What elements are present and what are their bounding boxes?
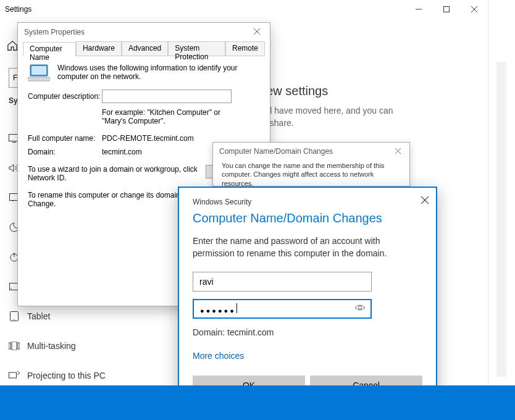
system-properties-title: System Properties bbox=[18, 23, 270, 41]
text-cursor bbox=[237, 303, 237, 313]
close-icon[interactable] bbox=[421, 195, 429, 206]
domain-value: tecmint.com bbox=[102, 148, 142, 156]
desc-input[interactable] bbox=[102, 90, 232, 103]
windows-security-text: Enter the name and password of an accoun… bbox=[193, 235, 422, 259]
svg-point-10 bbox=[10, 288, 12, 289]
settings-title: Settings bbox=[5, 5, 31, 14]
tab-remote[interactable]: Remote bbox=[225, 41, 265, 56]
close-icon[interactable] bbox=[390, 145, 406, 156]
minimize-button[interactable] bbox=[404, 0, 432, 19]
svg-rect-13 bbox=[9, 343, 10, 349]
settings-titlebar: Settings bbox=[0, 0, 488, 19]
tab-computer-name[interactable]: Computer Name bbox=[23, 42, 76, 56]
fullname-label: Full computer name: bbox=[28, 134, 102, 143]
tab-row: Computer Name Hardware Advanced System P… bbox=[23, 41, 265, 56]
domain-label: Domain: bbox=[28, 148, 102, 156]
username-input[interactable] bbox=[193, 272, 372, 292]
tab-system-protection[interactable]: System Protection bbox=[168, 41, 225, 56]
close-icon[interactable] bbox=[248, 25, 266, 38]
windows-security-dialog: Windows Security Computer Name/Domain Ch… bbox=[178, 187, 437, 406]
sidebar-item-multitasking[interactable]: Multi-tasking bbox=[9, 331, 106, 361]
svg-rect-21 bbox=[28, 77, 50, 81]
tablet-icon bbox=[9, 311, 20, 322]
svg-rect-16 bbox=[9, 372, 17, 378]
more-choices-link[interactable]: More choices bbox=[193, 351, 422, 361]
domain-changes-title: Computer Name/Domain Changes bbox=[213, 143, 409, 160]
svg-point-12 bbox=[14, 319, 15, 321]
windows-security-header: Windows Security bbox=[193, 198, 422, 206]
right-edge bbox=[488, 0, 515, 420]
svg-rect-1 bbox=[443, 7, 449, 12]
reveal-password-icon[interactable] bbox=[354, 303, 366, 314]
taskbar[interactable] bbox=[0, 385, 515, 420]
sidebar-item-label: Tablet bbox=[27, 311, 50, 321]
example-text: For example: "Kitchen Computer" or "Mary… bbox=[102, 108, 232, 125]
sidebar-item-label: Multi-tasking bbox=[27, 341, 76, 351]
maximize-button[interactable] bbox=[432, 0, 460, 19]
wizard-text: To use a wizard to join a domain or work… bbox=[28, 165, 199, 182]
svg-rect-15 bbox=[18, 343, 20, 349]
fullname-value: PDC-REMOTE.tecmint.com bbox=[102, 134, 194, 143]
multitasking-icon bbox=[9, 340, 20, 351]
svg-point-26 bbox=[359, 306, 362, 309]
tab-hardware[interactable]: Hardware bbox=[76, 41, 122, 56]
domain-changes-text: You can change the name and the membersh… bbox=[213, 160, 409, 189]
intro-text: Windows uses the following information t… bbox=[57, 64, 260, 81]
password-input[interactable]: ●●●●●● bbox=[193, 299, 372, 319]
windows-security-domain: Domain: tecmint.com bbox=[193, 327, 422, 337]
svg-rect-20 bbox=[31, 66, 46, 75]
domain-changes-dialog: Computer Name/Domain Changes You can cha… bbox=[212, 142, 410, 187]
svg-rect-14 bbox=[12, 342, 17, 350]
windows-security-title: Computer Name/Domain Changes bbox=[193, 211, 422, 225]
projecting-icon bbox=[9, 370, 20, 381]
scrollbar[interactable] bbox=[496, 62, 506, 377]
computer-icon bbox=[28, 64, 50, 82]
sidebar-item-label: Projecting to this PC bbox=[27, 371, 106, 380]
password-dots: ●●●●●● bbox=[200, 307, 236, 314]
close-button[interactable] bbox=[460, 0, 488, 19]
tab-advanced[interactable]: Advanced bbox=[122, 41, 168, 56]
desc-label: Computer description: bbox=[28, 92, 102, 101]
